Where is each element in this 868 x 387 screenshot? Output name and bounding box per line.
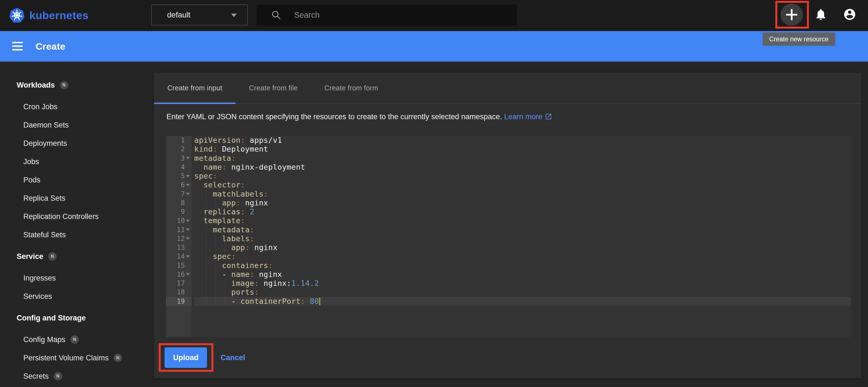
indent-guide	[206, 261, 207, 270]
code-line-5: spec:	[194, 172, 851, 180]
tab-create-from-input[interactable]: Create from input	[154, 73, 236, 103]
sidebar-item-deployments[interactable]: Deployments	[0, 134, 154, 152]
menu-hamburger-icon[interactable]	[12, 42, 23, 50]
tab-create-from-file[interactable]: Create from file	[236, 73, 311, 103]
token-key: app	[231, 243, 245, 252]
token-txt	[194, 189, 213, 198]
sidebar-item-label: Config Maps	[23, 336, 65, 344]
editor-code-area[interactable]: apiVersion: apps/v1kind: Deploymentmetad…	[191, 136, 851, 337]
editor-gutter: 12345678910111213141516171819	[166, 136, 191, 337]
token-txt: apps/v1	[245, 136, 282, 144]
fold-arrow-icon[interactable]	[185, 270, 191, 279]
account-circle-icon[interactable]	[843, 8, 856, 21]
tab-create-from-form[interactable]: Create from form	[311, 73, 392, 103]
token-op: :	[241, 216, 245, 225]
sidebar-section-config-and-storage[interactable]: Config and Storage	[0, 309, 154, 327]
token-txt	[194, 243, 231, 252]
code-line-1: apiVersion: apps/v1	[194, 136, 851, 145]
token-key: image	[231, 279, 254, 287]
token-txt	[194, 252, 213, 260]
sidebar-item-ingresses[interactable]: Ingresses	[0, 269, 154, 287]
gutter-line-8: 8	[166, 199, 191, 207]
sidebar-item-replication-controllers[interactable]: Replication Controllers	[0, 207, 154, 226]
search-input[interactable]	[294, 4, 505, 26]
sidebar-item-label: Daemon Sets	[23, 121, 69, 130]
sidebar-section-workloads[interactable]: WorkloadsN	[0, 76, 154, 94]
create-new-resource-button[interactable]	[781, 4, 803, 26]
sidebar-item-label: Pods	[23, 176, 40, 184]
search-bar[interactable]	[257, 4, 517, 26]
sidebar-section-service[interactable]: ServiceN	[0, 247, 154, 266]
sidebar-item-label: Secrets	[23, 372, 49, 381]
sidebar-item-replica-sets[interactable]: Replica Sets	[0, 189, 154, 207]
token-txt	[194, 261, 222, 270]
sidebar-item-label: Stateful Sets	[23, 231, 66, 239]
indent-guide	[206, 270, 207, 279]
sidebar-item-services[interactable]: Services	[0, 287, 154, 306]
indent-guide	[206, 279, 207, 288]
gutter-line-12: 12	[166, 234, 191, 243]
gutter-line-13: 13	[166, 243, 191, 252]
fold-arrow-icon[interactable]	[185, 234, 191, 243]
indent-guide	[216, 279, 216, 288]
fold-arrow-icon[interactable]	[185, 225, 191, 234]
line-number: 12	[177, 235, 185, 243]
token-op: :	[213, 172, 218, 180]
token-txt	[245, 207, 250, 216]
line-number: 18	[177, 288, 185, 296]
sidebar-section-label: Service	[17, 252, 43, 261]
sidebar-item-daemon-sets[interactable]: Daemon Sets	[0, 116, 154, 134]
indent-guide	[216, 234, 216, 243]
create-description: Enter YAML or JSON content specifying th…	[166, 112, 552, 121]
fold-arrow-icon[interactable]	[185, 189, 191, 199]
code-line-19: - containerPort: 80	[194, 297, 851, 306]
fold-slot-empty	[185, 279, 191, 288]
namespace-select[interactable]: default	[151, 4, 248, 26]
indent-guide	[216, 270, 216, 279]
learn-more-link[interactable]: Learn more	[504, 112, 542, 121]
fold-arrow-icon[interactable]	[185, 216, 191, 225]
fold-arrow-icon[interactable]	[185, 154, 191, 163]
namespace-selected-value: default	[167, 5, 190, 25]
line-number: 6	[181, 181, 185, 189]
gutter-line-17: 17	[166, 279, 191, 288]
fold-arrow-icon[interactable]	[185, 252, 191, 261]
indent-guide	[206, 234, 207, 243]
token-key: name	[231, 270, 250, 279]
line-number: 2	[181, 145, 185, 153]
sidebar-item-stateful-sets[interactable]: Stateful Sets	[0, 226, 154, 244]
token-op: :	[222, 163, 227, 171]
line-number: 11	[177, 226, 185, 234]
text-cursor	[319, 297, 320, 305]
code-line-3: metadata:	[194, 154, 851, 163]
cancel-button[interactable]: Cancel	[221, 347, 245, 368]
sidebar-item-secrets[interactable]: SecretsN	[0, 367, 154, 385]
sidebar-item-config-maps[interactable]: Config MapsN	[0, 330, 154, 349]
sidebar-section-label: Config and Storage	[17, 314, 86, 322]
token-op: :	[250, 234, 254, 243]
token-op: :	[301, 297, 305, 306]
yaml-editor[interactable]: 12345678910111213141516171819 apiVersion…	[166, 136, 851, 337]
token-txt: nginx-deployment	[227, 163, 305, 171]
code-line-10: template:	[194, 216, 851, 225]
gutter-line-9: 9	[166, 207, 191, 216]
sidebar-item-pods[interactable]: Pods	[0, 171, 154, 189]
sidebar-item-label: Persistent Volume Claims	[23, 354, 109, 362]
fold-arrow-icon[interactable]	[185, 172, 191, 180]
sidebar-item-label: Replication Controllers	[23, 212, 99, 221]
notifications-bell-icon[interactable]	[814, 8, 828, 21]
fold-arrow-icon[interactable]	[185, 180, 191, 189]
token-key: replicas	[204, 207, 240, 216]
indent-guide	[206, 288, 207, 296]
line-number: 5	[181, 172, 185, 180]
fold-slot-empty	[185, 136, 191, 145]
upload-button[interactable]: Upload	[164, 347, 207, 368]
gutter-line-3: 3	[166, 154, 191, 163]
sidebar-item-jobs[interactable]: Jobs	[0, 152, 154, 171]
token-key: ports	[231, 288, 254, 296]
sidebar-item-cron-jobs[interactable]: Cron Jobs	[0, 98, 154, 116]
sidebar-item-persistent-volume-claims[interactable]: Persistent Volume ClaimsN	[0, 349, 154, 367]
indent-guide	[206, 243, 207, 252]
gutter-line-2: 2	[166, 145, 191, 153]
token-op: :	[236, 199, 241, 207]
